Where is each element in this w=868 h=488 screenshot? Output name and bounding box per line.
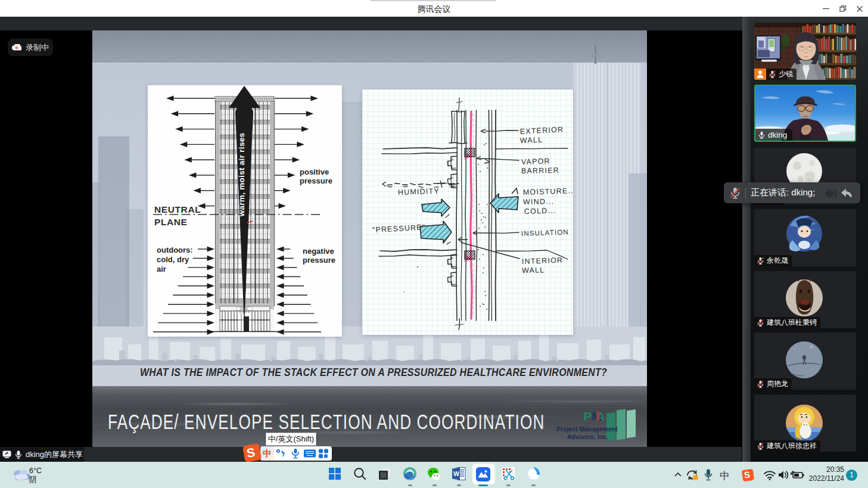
svg-text:outdoors:: outdoors:: [157, 245, 193, 254]
svg-text:air: air: [157, 265, 166, 273]
svg-text:P: P: [583, 409, 592, 423]
svg-text:pressure: pressure: [300, 176, 332, 185]
svg-text:WIND...: WIND...: [523, 197, 554, 206]
svg-text:W: W: [453, 470, 459, 477]
svg-text:INTERIOR: INTERIOR: [522, 256, 564, 266]
svg-text:cold, dry: cold, dry: [157, 255, 189, 264]
svg-text:MOISTURE...: MOISTURE...: [523, 187, 573, 197]
svg-text:Project Management: Project Management: [556, 425, 618, 433]
svg-text:HUMIDITY: HUMIDITY: [398, 187, 440, 197]
svg-text:PLANE: PLANE: [154, 217, 188, 227]
svg-text:positive: positive: [300, 167, 329, 176]
svg-text:WALL: WALL: [520, 136, 543, 145]
svg-text:warm, moist air rises: warm, moist air rises: [237, 133, 246, 217]
svg-text:VAPOR: VAPOR: [521, 157, 550, 166]
svg-text:Advisors, Inc.: Advisors, Inc.: [567, 433, 608, 440]
svg-text:pressure: pressure: [303, 256, 335, 265]
svg-text:WALL: WALL: [522, 266, 545, 275]
svg-text:negative: negative: [303, 247, 334, 256]
svg-text:COLD...: COLD...: [524, 206, 556, 216]
svg-text:NEUTRAL: NEUTRAL: [154, 204, 201, 215]
svg-text:BARRIER: BARRIER: [521, 166, 559, 175]
